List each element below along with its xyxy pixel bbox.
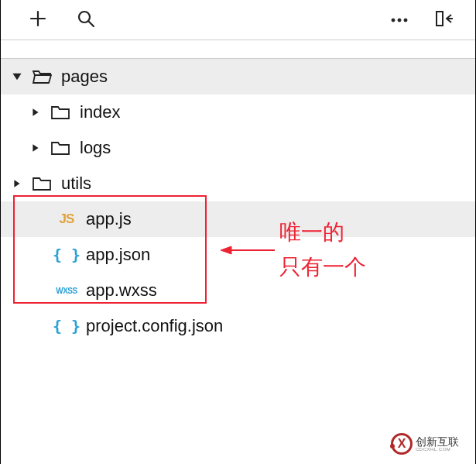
chevron-right-icon[interactable] (29, 107, 43, 118)
tree-file-project-config[interactable]: { } project.config.json (1, 308, 475, 344)
svg-point-4 (392, 19, 395, 22)
svg-marker-10 (12, 74, 21, 80)
svg-marker-11 (33, 108, 38, 116)
svg-point-5 (398, 19, 401, 22)
tree-file-app-js[interactable]: JS app.js (1, 201, 475, 237)
svg-rect-7 (437, 12, 443, 26)
watermark-text: 创新互联 CDCXHL.COM (416, 436, 459, 452)
watermark-logo-icon: X (391, 433, 413, 455)
tree-file-app-wxss[interactable]: WXSS app.wxss (1, 273, 475, 308)
tree-item-label: app.js (86, 209, 132, 229)
tree-item-label: app.wxss (86, 280, 157, 301)
svg-line-3 (88, 21, 94, 26)
more-actions-button[interactable] (390, 13, 409, 27)
annotation-line1: 唯一的 (279, 215, 366, 250)
tree-folder-index[interactable]: index (1, 95, 475, 130)
svg-marker-13 (14, 180, 19, 187)
wxss-file-icon: WXSS (55, 287, 78, 295)
chevron-down-icon[interactable] (10, 71, 24, 82)
tree-item-label: app.json (86, 245, 150, 265)
collapse-panel-button[interactable] (435, 9, 454, 31)
tab-strip (1, 40, 475, 59)
explorer-panel: pages index logs utils JS app.js { } app… (0, 0, 476, 464)
explorer-toolbar (1, 0, 475, 40)
tree-folder-utils[interactable]: utils (1, 166, 475, 201)
search-button[interactable] (77, 9, 95, 31)
watermark: X 创新互联 CDCXHL.COM (391, 431, 472, 456)
svg-marker-15 (221, 246, 231, 254)
json-file-icon: { } (55, 246, 78, 264)
tree-item-label: utils (61, 174, 91, 194)
tree-folder-logs[interactable]: logs (1, 130, 475, 166)
svg-marker-12 (33, 144, 38, 152)
file-tree: pages index logs utils JS app.js { } app… (1, 59, 475, 344)
svg-point-6 (404, 19, 407, 22)
folder-icon (49, 140, 72, 156)
tree-item-label: logs (80, 138, 111, 158)
tree-folder-pages[interactable]: pages (1, 59, 475, 95)
tree-item-label: index (80, 102, 121, 122)
tree-item-label: pages (61, 67, 108, 87)
json-file-icon: { } (55, 317, 78, 335)
new-file-button[interactable] (29, 9, 47, 31)
annotation-arrow (221, 245, 275, 256)
annotation-text: 唯一的 只有一个 (279, 215, 366, 285)
tree-item-label: project.config.json (86, 316, 223, 336)
chevron-right-icon[interactable] (29, 143, 43, 153)
annotation-line2: 只有一个 (279, 250, 366, 285)
folder-open-icon (30, 68, 53, 85)
chevron-right-icon[interactable] (10, 178, 24, 189)
folder-icon (49, 105, 72, 120)
js-file-icon: JS (55, 211, 78, 227)
folder-icon (30, 176, 53, 191)
